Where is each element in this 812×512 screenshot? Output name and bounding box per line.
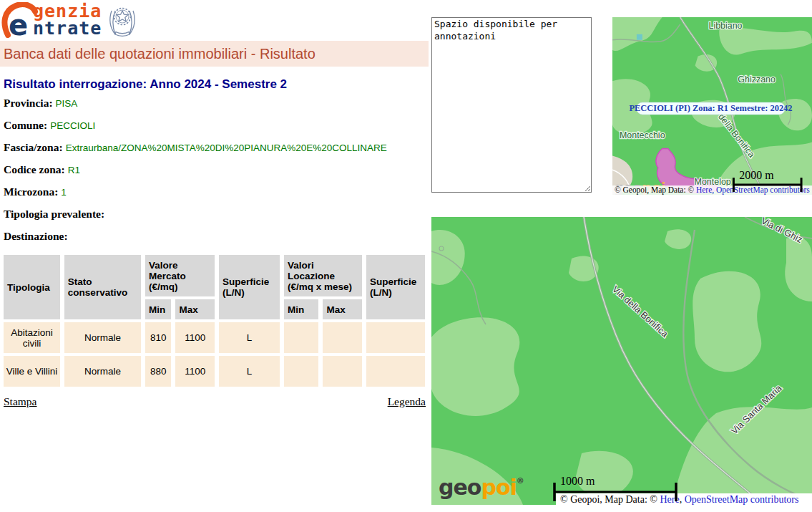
field-comune: Comune:PECCIOLI [4, 119, 429, 132]
annotations-textarea[interactable]: Spazio disponibile per annotazioni [431, 17, 592, 193]
legenda-link[interactable]: Legenda [388, 395, 426, 408]
place-label-libbiano: Libbiano [709, 21, 743, 31]
overview-map[interactable]: Libbiano Ghizzano Montecchio Montelop de… [612, 17, 812, 195]
actions-row: Stampa Legenda [4, 395, 426, 408]
col-header-valore-mercato: Valore Mercato (€/mq) [145, 255, 215, 296]
field-codice-zona: Codice zona:R1 [4, 163, 429, 176]
monogram-letter: e [9, 9, 28, 38]
col-header-max-2: Max [323, 299, 362, 319]
field-value: PECCIOLI [50, 120, 95, 131]
scale-label: 2000 m [739, 169, 774, 181]
field-destinazione: Destinazione: [4, 230, 429, 243]
zone-info-chip-text: PECCIOLI (PI) Zona: R1 Semestre: 20242 [629, 103, 792, 113]
osm-link[interactable]: OpenStreetMap contributors [716, 185, 810, 195]
col-header-min-2: Min [284, 299, 319, 319]
cell-vl-min [284, 356, 319, 387]
col-header-tipologia: Tipologia [4, 255, 60, 319]
field-label: Comune: [4, 119, 47, 131]
cell-vl-max [323, 322, 362, 353]
field-label: Codice zona: [4, 163, 65, 175]
result-heading-label: Risultato interrogazione: [4, 77, 147, 91]
cell-vm-max: 1100 [175, 322, 215, 353]
table-row: Abitazioni civili Normale 810 1100 L [4, 322, 425, 353]
here-link[interactable]: Here [696, 185, 712, 194]
cell-stato: Normale [64, 322, 141, 353]
italy-emblem-icon [107, 2, 138, 38]
field-label: Tipologia prevalente: [4, 208, 104, 220]
page-title: Banca dati delle quotazioni immobiliari … [0, 41, 429, 67]
col-header-max-1: Max [175, 299, 215, 319]
result-heading-value: Anno 2024 - Semestre 2 [150, 77, 287, 91]
result-heading: Risultato interrogazione:Anno 2024 - Sem… [4, 77, 429, 92]
table-row: Ville e Villini Normale 880 1100 L [4, 356, 425, 387]
cell-vm-min: 810 [145, 322, 171, 353]
stampa-link[interactable]: Stampa [4, 395, 37, 408]
col-header-stato-conservativo: Stato conservativo [64, 255, 141, 319]
map-attribution: © Geopoi, Map Data: © Here, OpenStreetMa… [615, 185, 810, 195]
col-header-valori-locazione: Valori Locazione (€/mq x mese) [284, 255, 362, 296]
col-header-superficie-1: Superficie (L/N) [219, 255, 280, 319]
cell-tipologia: Ville e Villini [4, 356, 60, 387]
field-label: Fascia/zona: [4, 141, 63, 153]
field-provincia: Provincia:PISA [4, 97, 429, 110]
field-value: Extraurbana/ZONA%20MISTA%20DI%20PIANURA%… [66, 143, 387, 153]
col-header-superficie-2: Superficie (L/N) [366, 255, 425, 319]
field-microzona: Microzona:1 [4, 185, 429, 198]
cell-superficie-2 [366, 356, 425, 387]
cell-stato: Normale [64, 356, 141, 387]
logo-text-ntrate: ntrate [33, 18, 102, 39]
col-header-min-1: Min [145, 299, 171, 319]
cell-superficie-1: L [219, 322, 280, 353]
field-label: Destinazione: [4, 230, 68, 242]
cell-vl-min [284, 322, 319, 353]
field-value: PISA [56, 98, 78, 109]
cell-vm-max: 1100 [175, 356, 215, 387]
cell-vm-min: 880 [145, 356, 171, 387]
field-fascia-zona: Fascia/zona:Extraurbana/ZONA%20MISTA%20D… [4, 141, 429, 154]
quotations-table: Tipologia Stato conservativo Valore Merc… [0, 252, 429, 390]
cell-superficie-1: L [219, 356, 280, 387]
field-tipologia-prevalente: Tipologia prevalente: [4, 208, 429, 221]
field-label: Microzona: [4, 185, 58, 198]
geopoi-logo: geopoi® [439, 475, 524, 500]
place-label-montecchio: Montecchio [620, 130, 665, 140]
detail-map[interactable]: Via della Bonifica Via di Ghiz Via Santa… [431, 217, 812, 505]
osm-link[interactable]: OpenStreetMap contributors [685, 494, 799, 505]
map-lake [637, 34, 642, 40]
map-attribution: © Geopoi, Map Data: © Here, OpenStreetMa… [560, 494, 798, 505]
field-value: 1 [61, 187, 67, 198]
cell-vl-max [323, 356, 362, 387]
cell-tipologia: Abitazioni civili [4, 322, 60, 353]
result-section: Risultato interrogazione:Anno 2024 - Sem… [4, 77, 429, 408]
zone-info-chip: PECCIOLI (PI) Zona: R1 Semestre: 20242 [629, 102, 792, 115]
agenzia-entrate-logo: e genzia ntrate [1, 1, 152, 39]
field-label: Provincia: [4, 97, 53, 109]
field-value: R1 [68, 165, 80, 175]
cell-superficie-2 [366, 322, 425, 353]
scale-label: 1000 m [560, 475, 595, 487]
place-label-ghizzano: Ghizzano [738, 74, 776, 84]
